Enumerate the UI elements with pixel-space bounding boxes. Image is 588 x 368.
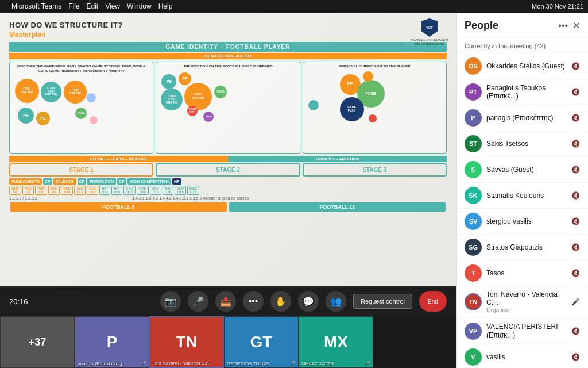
person-mic-button[interactable]: 🔇 [571, 327, 580, 335]
talents-label: TALENTS [53, 178, 76, 185]
thumb-5: MX ΜΗΛΑΣ ΧΑΤΖΗ... 🎤 [299, 316, 373, 368]
people-item[interactable]: SVstergiou vasilis🔇 [457, 209, 588, 235]
people-item[interactable]: TNToni Navarro - Valencia C.F.Organiser🎤 [457, 286, 588, 319]
avatar: T [465, 264, 482, 282]
ages-row-1: QUEU6 PREU7 PREU8 BENU8 BENU10 ALEU11 AL… [9, 186, 447, 195]
bubble-pe-1: PE [18, 108, 34, 124]
people-item[interactable]: SKStamatis Koulouris🔇 [457, 183, 588, 209]
menubar-right: Mon 30 Nov 21:21 [532, 3, 583, 10]
vcf-shield [421, 18, 438, 37]
people-close-button[interactable]: ✕ [572, 20, 580, 31]
bubble-pe-col2: PE [161, 74, 176, 89]
menu-window[interactable]: Window [127, 2, 152, 10]
menu-edit[interactable]: Edit [86, 2, 98, 10]
people-subheader: Currently in this meeting (42) [457, 39, 588, 53]
col3-text: PERSONAL CURRICULUM TO THE PLAYER [305, 64, 444, 69]
person-mic-button[interactable]: 🔇 [571, 269, 580, 277]
thumb-2-mic: 🎤 [141, 361, 146, 366]
age-ale-u12: ALEU12 [87, 186, 98, 195]
request-control-button[interactable]: Request control [353, 294, 412, 309]
person-name: Toni Navarro - Valencia C.F.Organiser [486, 290, 567, 314]
people-header-actions: ••• ✕ [558, 20, 580, 31]
cp2: CP [78, 178, 87, 185]
person-mic-button[interactable]: 🔇 [571, 243, 580, 251]
people-list: OSOkkarides Stelios (Guest)🔇PTPanagiotis… [457, 53, 588, 368]
slide-inner: PLAN DE FORMACIÓNDE FUTBOLISTAS HOW DO W… [0, 13, 456, 286]
toolbar-buttons: 📷 🎤 📤 ••• ✋ 💬 👥 Request control End [160, 291, 447, 312]
people-item[interactable]: Ppanagis (Επισκέπτης)🔇 [457, 105, 588, 131]
avatar: OS [465, 57, 482, 75]
thumbnails-strip: +37 P panagis (Επισκέπτης) 🎤 TN Toni Nav… [0, 316, 456, 368]
people-item[interactable]: Vvasilis🔇 [457, 344, 588, 368]
effort-row: EFFORT – LEARN – IMPROVE HUMILITY – AMBI… [9, 156, 447, 162]
people-item[interactable]: TTasos🔇 [457, 260, 588, 286]
meeting-count-label: Currently in this meeting (42) [465, 43, 546, 49]
mic-toggle-button[interactable]: 🎤 [188, 291, 208, 312]
call-timer: 20:16 [9, 297, 28, 306]
age-juv-u19: JUVU19 [175, 186, 186, 195]
people-item[interactable]: VPVALENCIA PERISTERI (Επισκ...)🔇 [457, 319, 588, 344]
person-mic-button[interactable]: 🔇 [571, 353, 580, 361]
person-name: Panagiotis Tsoukos (Επισκέ...) [486, 84, 567, 101]
person-mic-button[interactable]: 🔇 [571, 140, 580, 148]
menu-view[interactable]: View [105, 2, 120, 10]
menu-file[interactable]: File [68, 2, 79, 10]
col2-text: THE POSITION ON THE FOOTBALL FIELD IS DE… [158, 64, 297, 69]
person-mic-button[interactable]: 🎤 [571, 298, 580, 306]
person-mic-button[interactable]: 🔇 [571, 62, 580, 70]
thumb-2-name: panagis (Επισκέπτης) [78, 361, 122, 366]
bubble-pos-def-dir-1: POS/DEF DIR [15, 79, 39, 103]
people-item[interactable]: PTPanagiotis Tsoukos (Επισκέ...)🔇 [457, 79, 588, 105]
avatar: V [465, 348, 482, 366]
bubble-fase-col2: FASE [214, 86, 227, 98]
person-name: stergiou vasilis [486, 217, 567, 225]
note4: 1.4.4.2 [159, 196, 171, 200]
thumb-1-count: +37 [29, 336, 47, 348]
share-button[interactable]: 📤 [215, 291, 236, 312]
people-item[interactable]: SSavvas (Guest)🔇 [457, 157, 588, 183]
end-call-button[interactable]: End [419, 291, 447, 312]
reaction-button[interactable]: ✋ [270, 291, 291, 312]
effort-left: EFFORT – LEARN – IMPROVE [9, 156, 228, 162]
note6: 1.3.5.2 [189, 196, 202, 200]
thumb-3-avatar: TN [150, 317, 223, 367]
age-ale-u11: ALEU11 [74, 186, 86, 195]
cp3: CP [117, 178, 126, 185]
three-columns: DISCOVER THE GAME FROM MANY SPACES GAME … [9, 62, 447, 154]
more-options-button[interactable]: ••• [243, 291, 264, 312]
effort-right: HUMILITY – AMBITION [228, 156, 447, 162]
cp1: CP [43, 178, 52, 185]
avatar: SK [465, 187, 482, 204]
col3: PERSONAL CURRICULUM TO THE PLAYER PF FAS… [303, 62, 447, 154]
formation-label: FORMATION [87, 178, 116, 185]
people-item[interactable]: STSakis Tsetsos🔇 [457, 131, 588, 157]
bubble-fase: FASE [75, 108, 87, 119]
avatar: VP [465, 323, 482, 340]
slide-title: HOW DO WE STRUCTURE IT? [9, 21, 447, 29]
thumb-4-name: GEORGIOS TOLIAS [227, 361, 269, 366]
person-mic-button[interactable]: 🔇 [571, 191, 580, 200]
thumb-5-mic: 🎤 [365, 361, 370, 366]
person-mic-button[interactable]: 🔇 [571, 88, 580, 96]
participants-button[interactable]: 👥 [326, 291, 346, 312]
age-ben-u8: BENU8 [48, 186, 60, 195]
camera-toggle-button[interactable]: 📷 [160, 291, 181, 312]
person-mic-button[interactable]: 🔇 [571, 166, 580, 174]
person-mic-button[interactable]: 🔇 [571, 217, 580, 225]
people-more-button[interactable]: ••• [558, 21, 568, 31]
stage2-box: STAGE 2 [156, 163, 300, 177]
menu-help[interactable]: Help [158, 2, 173, 10]
call-toolbar: 20:16 📷 🎤 📤 ••• ✋ 💬 👥 Request control En… [0, 286, 456, 316]
person-mic-button[interactable]: 🔇 [571, 114, 580, 122]
thumb-2-avatar: P [75, 317, 149, 367]
centro-bar: CENTRO DEL JUEGO [9, 53, 447, 59]
chat-button[interactable]: 💬 [298, 291, 319, 312]
thumb-5-name: ΜΗΛΑΣ ΧΑΤΖΗ... [301, 361, 338, 366]
note7: Atender al plan de partido [203, 196, 447, 200]
football11-bar: FOOTBALL 11 [229, 202, 446, 212]
bubble-small-c3c [369, 114, 377, 122]
thumb-1-avatar: +37 [1, 317, 74, 367]
people-item[interactable]: SGStratos Giapoutzis🔇 [457, 235, 588, 260]
person-name: VALENCIA PERISTERI (Επισκ...) [486, 323, 567, 339]
people-item[interactable]: OSOkkarides Stelios (Guest)🔇 [457, 53, 588, 79]
